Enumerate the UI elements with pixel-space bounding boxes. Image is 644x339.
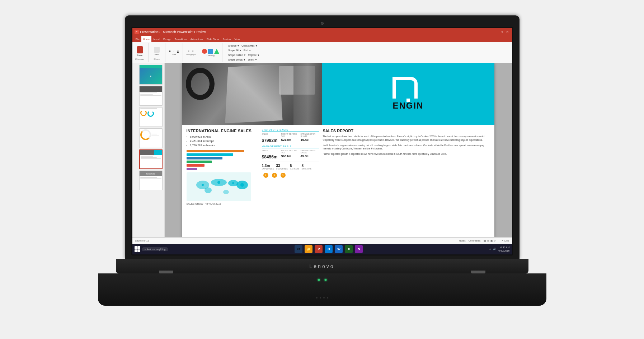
slide-thumb-1[interactable]: E bbox=[139, 65, 163, 85]
slideshow-view[interactable]: ▷ bbox=[494, 239, 496, 242]
taskbar-app-excel[interactable]: X bbox=[345, 245, 353, 253]
markets-stat: 5 MARKETS bbox=[290, 164, 300, 170]
reading-view[interactable]: ▣ bbox=[490, 239, 493, 242]
new-slide-button[interactable]: New bbox=[151, 45, 162, 57]
align-left[interactable]: ≡ bbox=[187, 50, 191, 53]
tab-insert[interactable]: Insert bbox=[151, 36, 161, 42]
taskbar-app-outlook[interactable]: O bbox=[325, 245, 333, 253]
arrange-btn[interactable]: Arrange ▼ bbox=[228, 44, 239, 47]
chart-bar-5 bbox=[187, 164, 205, 167]
clipboard-label: Clipboard bbox=[135, 58, 145, 60]
taskbar-app-ppt[interactable]: P bbox=[315, 245, 323, 253]
slide-info: Slide 5 of 15 bbox=[135, 239, 149, 242]
statutory-header-1: PROFIT BEFORE TAX bbox=[281, 133, 300, 137]
slide-thumb-4[interactable] bbox=[139, 128, 163, 148]
slide-thumb-6[interactable]: handshake bbox=[139, 171, 163, 190]
slide-col-middle: STATUTORY BASIS SALES PROFIT BEFORE TAX … bbox=[262, 129, 319, 234]
paste-button[interactable]: Paste bbox=[135, 45, 145, 57]
align-center[interactable]: ≡ bbox=[191, 50, 195, 53]
thumb-content-4 bbox=[140, 129, 162, 148]
taskbar-app-folder[interactable]: 📁 bbox=[305, 245, 312, 253]
management-header-2: EARNINGS PER SHARE bbox=[301, 149, 319, 154]
select-btn[interactable]: Select ▼ bbox=[248, 58, 257, 61]
font-bold[interactable]: B bbox=[168, 50, 172, 53]
paragraph-label: Paragraph bbox=[186, 53, 196, 56]
mini-chart bbox=[187, 150, 251, 170]
excel-icon: X bbox=[348, 247, 350, 251]
circle-1: 1 bbox=[263, 173, 268, 178]
taskbar-volume-icon[interactable]: 🔊 bbox=[493, 248, 496, 250]
tab-design[interactable]: Design bbox=[161, 36, 173, 42]
shape-fill-btn[interactable]: Shape Fill ▼ bbox=[228, 49, 241, 52]
ppt-taskbar-icon: P bbox=[318, 247, 320, 251]
shape-effects-btn[interactable]: Shape Effects ▼ bbox=[228, 58, 246, 61]
start-sq-4 bbox=[137, 249, 140, 252]
font-underline[interactable]: U bbox=[176, 50, 180, 53]
font-italic[interactable]: I bbox=[173, 50, 175, 53]
bottom-dot-2 bbox=[320, 297, 321, 299]
slide-sorter[interactable]: ⊞ bbox=[487, 239, 489, 242]
shape-circle[interactable] bbox=[202, 49, 207, 54]
taskbar-app-word[interactable]: W bbox=[335, 245, 343, 253]
minimize-button[interactable]: ─ bbox=[494, 30, 498, 34]
slide-thumb-3[interactable] bbox=[139, 107, 163, 127]
employees-label: EMPLOYEES bbox=[262, 168, 274, 170]
taskbar-app-files[interactable]: 🗂 bbox=[295, 245, 302, 253]
normal-view[interactable]: ▦ bbox=[484, 239, 486, 242]
clipboard-group: Paste Clipboard bbox=[135, 43, 149, 62]
extra-stats-row: 1.3m EMPLOYEES 33 COUNTRIES bbox=[262, 164, 319, 170]
tab-home[interactable]: Home bbox=[141, 36, 152, 42]
tab-animations[interactable]: Animations bbox=[189, 36, 205, 42]
notes-btn[interactable]: Notes bbox=[459, 239, 465, 242]
employees-stat: 1.3m EMPLOYEES bbox=[262, 164, 274, 170]
statutory-val-2: 15.4c bbox=[301, 138, 319, 143]
slide-main[interactable]: ENGIN INTERNATIONAL ENGINE SALES 5,920,9… bbox=[182, 63, 494, 237]
laptop-lid: P Presentation1 - Microsoft PowerPoint P… bbox=[125, 15, 520, 259]
windows-start[interactable] bbox=[135, 246, 140, 252]
title-bar-left: P Presentation1 - Microsoft PowerPoint P… bbox=[135, 30, 206, 34]
thumb-content-5 bbox=[140, 150, 162, 168]
maximize-button[interactable]: □ bbox=[500, 30, 504, 34]
shape-outline-btn[interactable]: Shape Outline ▼ bbox=[228, 54, 246, 56]
statutory-headers: SALES PROFIT BEFORE TAX EARNINGS PER SHA… bbox=[262, 133, 319, 137]
chart-bar-row-3 bbox=[187, 157, 251, 159]
countries-value: 33 bbox=[276, 164, 287, 168]
tab-slideshow[interactable]: Slide Show bbox=[205, 36, 221, 42]
chart-bar-4 bbox=[187, 161, 212, 163]
report-para-3: Further expected growth is expected as w… bbox=[323, 152, 490, 156]
tab-view[interactable]: View bbox=[232, 36, 241, 42]
chart-bar-2 bbox=[187, 153, 233, 156]
slide-content-area: INTERNATIONAL ENGINE SALES 5,920,923 in … bbox=[182, 125, 494, 237]
circle-2: 2 bbox=[272, 173, 277, 178]
management-label: MANAGEMENT BASIS bbox=[262, 145, 319, 148]
shape-triangle[interactable] bbox=[214, 49, 219, 54]
shape-rect[interactable] bbox=[208, 49, 213, 54]
replace-btn[interactable]: Replace ▼ bbox=[248, 54, 259, 56]
hinge-left bbox=[159, 271, 173, 273]
hinge-right bbox=[471, 271, 485, 273]
report-para-1: The last two years have been stable for … bbox=[323, 135, 490, 142]
status-right: Notes Comments ▦ ⊞ ▣ ▷ — + 72% bbox=[459, 239, 509, 242]
slide-thumb-5[interactable] bbox=[139, 149, 163, 169]
tab-transitions[interactable]: Transitions bbox=[173, 36, 189, 42]
taskbar-app-onenote[interactable]: N bbox=[355, 245, 363, 253]
slide-panel[interactable]: 1 E 2 bbox=[132, 63, 165, 237]
quick-styles-btn[interactable]: Quick Styles ▼ bbox=[241, 44, 257, 47]
slide-thumb-2[interactable] bbox=[139, 86, 163, 106]
tab-file[interactable]: File bbox=[134, 36, 141, 42]
slide-thumb-wrapper-4: 4 bbox=[134, 128, 163, 148]
files-icon: 🗂 bbox=[297, 247, 300, 251]
slide-thumb-wrapper-2: 2 bbox=[134, 86, 163, 106]
slide-bullet-1: 5,920,923 in Asia bbox=[187, 135, 258, 138]
taskbar-search[interactable]: ○ Ask me anything bbox=[142, 247, 169, 251]
svg-point-8 bbox=[240, 183, 244, 187]
find-btn[interactable]: Find ▼ bbox=[244, 49, 251, 52]
countries-stat: 33 COUNTRIES bbox=[276, 164, 287, 170]
svg-point-9 bbox=[232, 182, 234, 184]
word-icon: W bbox=[337, 247, 340, 251]
windows-taskbar: ○ Ask me anything 🗂 📁 P bbox=[132, 244, 512, 254]
onenote-icon: N bbox=[358, 247, 360, 251]
tab-review[interactable]: Review bbox=[221, 36, 232, 42]
close-button[interactable]: ✕ bbox=[506, 30, 510, 34]
comments-btn[interactable]: Comments bbox=[469, 239, 481, 242]
